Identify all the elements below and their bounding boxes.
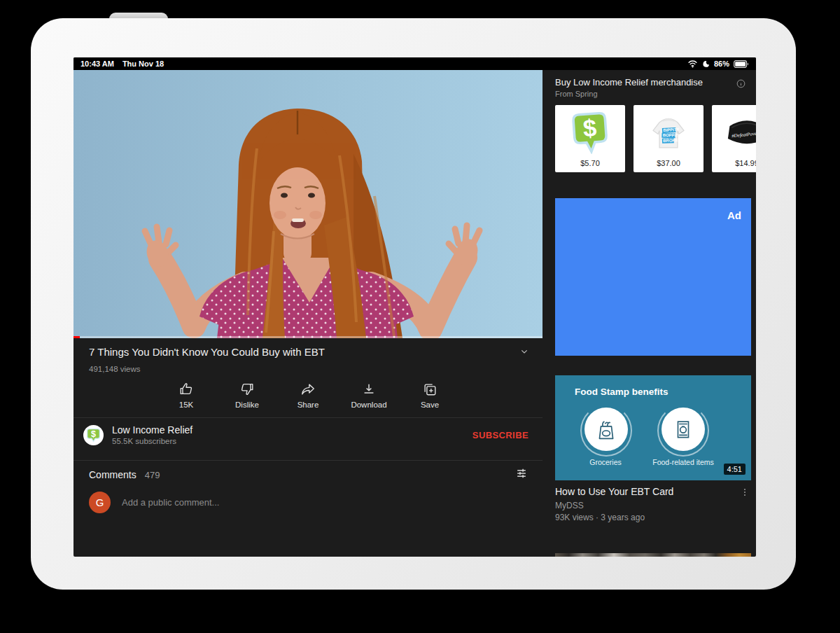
wifi-icon [687,60,698,68]
video-progress-bar[interactable] [74,336,542,338]
thumbs-down-icon [239,382,255,397]
merch-header: Buy Low Income Relief merchandise From S… [555,77,756,98]
merch-price: $37.00 [657,159,680,172]
channel-logo-dollar: $ [91,429,96,438]
status-time: 10:43 AM [80,60,114,68]
save-button[interactable]: Save [400,382,461,409]
merch-item-sticker[interactable]: $ $5.70 [555,105,625,172]
chevron-down-icon[interactable] [519,346,530,360]
comment-input-placeholder: Add a public comment... [122,497,219,508]
suggested-video-views: 93K views · 3 years ago [555,513,736,522]
save-playlist-icon [422,382,438,397]
page-background: 10:43 AM Thu Nov 18 86% [0,0,840,633]
fanny-pack-image: #DefeatPoverty [725,105,756,159]
hoodie-text-line2: BOPPITY [663,132,681,137]
share-icon [300,382,316,397]
share-label: Share [298,401,319,409]
ad-label: Ad [727,209,741,221]
next-video-thumbnail-partial[interactable] [555,553,751,557]
suggested-video-thumbnail[interactable]: Food Stamp benefits Groceries Food-relat… [555,375,751,480]
download-icon [361,382,377,397]
share-button[interactable]: Share [278,382,339,409]
video-title: 7 Things You Didn't Know You Could Buy w… [89,346,325,359]
food-items-circle [662,408,705,451]
dislike-label: Dislike [235,401,259,409]
screen: 10:43 AM Thu Nov 18 86% [74,57,756,557]
channel-avatar: $ [83,425,104,445]
download-button[interactable]: Download [339,382,400,409]
hoodie-image: BIPPITY BOPPITY BROKE. [647,105,690,159]
video-progress-played [74,336,80,338]
battery-icon [734,60,749,68]
comments-label: Comments [89,469,136,480]
save-label: Save [421,401,439,409]
kebab-menu-icon[interactable] [740,486,750,501]
sticker-dollar: $ [582,114,598,141]
comments-sort-icon[interactable] [514,466,528,483]
merch-price: $14.99 [735,159,756,172]
channel-row[interactable]: $ Low Income Relief 55.5K subscribers SU… [74,418,542,452]
battery-percent: 86% [714,60,729,68]
action-bar: 15K Dislike Share Download [74,382,542,409]
duration-badge: 4:51 [724,464,746,475]
suggested-video-title: How to Use Your EBT Card [555,486,736,497]
comments-header: Comments 479 [74,461,542,483]
user-avatar: G [89,492,111,513]
do-not-disturb-moon-icon [702,60,710,68]
sidebar: Buy Low Income Relief merchandise From S… [542,70,756,557]
food-items-label: Food-related items [645,458,722,466]
suggested-video-channel: MyDSS [555,501,736,510]
merch-price: $5.70 [580,159,600,172]
comments-count: 479 [145,470,514,480]
merch-item-hoodie[interactable]: BIPPITY BOPPITY BROKE. $37.00 [634,105,704,172]
thumbs-up-icon [178,382,194,397]
video-frame-illustration [74,70,542,338]
like-count: 15K [179,401,193,409]
merch-title: Buy Low Income Relief merchandise [555,77,735,88]
suggested-video-meta[interactable]: How to Use Your EBT Card MyDSS 93K views… [555,486,751,522]
channel-name: Low Income Relief [112,424,472,436]
status-date: Thu Nov 18 [122,60,164,68]
video-player[interactable] [74,70,542,338]
thumbnail-title: Food Stamp benefits [575,387,668,397]
info-icon[interactable] [736,78,746,92]
like-button[interactable]: 15K [156,382,217,409]
dislike-button[interactable]: Dislike [217,382,278,409]
add-comment-row[interactable]: G Add a public comment... [74,483,542,513]
channel-subscribers: 55.5K subscribers [112,437,472,445]
groceries-label: Groceries [570,458,640,466]
merch-subtitle: From Spring [555,90,735,98]
sticker-image: $ [570,105,610,159]
status-bar: 10:43 AM Thu Nov 18 86% [74,57,756,70]
merch-carousel: $ $5.70 [555,105,756,172]
view-count: 491,148 views [74,360,542,373]
hoodie-text-line3: BROKE. [663,138,680,143]
subscribe-button[interactable]: SUBSCRIBE [472,430,528,440]
ad-banner[interactable]: Ad [555,198,751,356]
hoodie-text-line1: BIPPITY [663,127,679,132]
download-label: Download [351,401,386,409]
groceries-circle [584,408,628,451]
merch-item-fanny-pack[interactable]: #DefeatPoverty $14.99 [712,105,756,172]
